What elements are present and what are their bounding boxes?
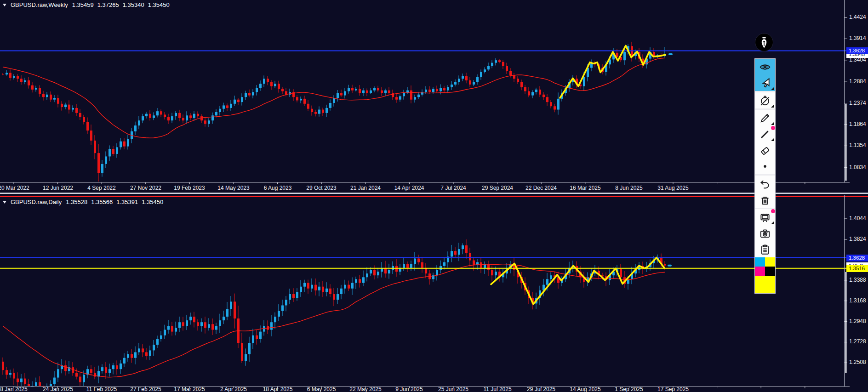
candle-body — [175, 113, 177, 116]
candle-body — [101, 164, 103, 173]
candle-body — [447, 87, 449, 90]
candle-body — [451, 251, 453, 256]
tool-whiteboard-mode[interactable] — [755, 209, 775, 225]
candle-body — [366, 273, 368, 277]
candle-body — [197, 322, 199, 326]
candle-body — [366, 91, 368, 93]
timer-off-icon — [759, 95, 771, 107]
candle-body — [182, 118, 184, 120]
candle-body — [131, 354, 133, 358]
date-label: 19 Feb 2023 — [174, 185, 205, 191]
candle-body — [9, 73, 11, 78]
tool-toggle-visibility[interactable] — [755, 59, 775, 75]
date-label: 2 Apr 2025 — [220, 386, 247, 392]
candle-body — [116, 365, 118, 369]
daily-close: 1.35450 — [142, 199, 163, 205]
candle-body — [417, 95, 420, 97]
daily-chart-canvas[interactable] — [0, 195, 868, 392]
candle-body — [664, 264, 666, 266]
candle-body — [123, 142, 126, 147]
candle-body — [105, 156, 107, 164]
date-label: 8 Jan 2025 — [0, 386, 27, 392]
candle-body — [116, 147, 118, 154]
tool-line-tool[interactable] — [755, 126, 775, 142]
candle-body — [274, 84, 276, 86]
candle-body — [314, 112, 317, 114]
tool-pointer-mode[interactable] — [755, 75, 775, 91]
candle-body — [2, 74, 4, 74]
candle-body — [421, 262, 423, 268]
daily-ink-zigzag[interactable] — [491, 258, 664, 304]
candle-body — [20, 379, 23, 382]
palette-color-swatch[interactable] — [765, 257, 775, 267]
candle-body — [13, 76, 15, 78]
candle-body — [513, 75, 515, 79]
tool-screenshot[interactable] — [755, 225, 775, 241]
palette-color-swatch[interactable] — [765, 267, 775, 276]
candle-body — [252, 92, 254, 95]
weekly-candles — [2, 42, 666, 182]
candle-body — [388, 91, 390, 93]
candle-body — [105, 367, 107, 373]
candle-body — [421, 92, 423, 94]
candle-body — [61, 104, 63, 107]
candle-body — [156, 111, 159, 115]
candle-body — [281, 89, 284, 91]
tool-color-dot — [771, 126, 775, 130]
candle-body — [245, 93, 247, 97]
annotation-toolbar[interactable] — [754, 58, 776, 294]
candle-body — [333, 294, 335, 300]
undo-icon — [759, 178, 771, 190]
palette-color-swatch[interactable] — [755, 257, 765, 267]
date-label: 7 Jul 2024 — [440, 185, 466, 191]
candle-body — [524, 87, 526, 91]
tool-pen-tool[interactable] — [755, 110, 775, 126]
candle-body — [160, 111, 162, 114]
weekly-ink-zigzag[interactable] — [560, 45, 665, 98]
candle-body — [94, 141, 96, 153]
weekly-ma-line — [3, 58, 665, 138]
daily-low: 1.35391 — [116, 199, 138, 205]
candle-body — [480, 72, 482, 77]
candle-body — [554, 106, 556, 109]
candle-body — [351, 88, 354, 90]
candle-body — [193, 317, 195, 322]
candle-body — [370, 270, 372, 273]
candle-body — [2, 362, 4, 370]
tool-stroke-size[interactable] — [755, 158, 775, 174]
candle-body — [39, 382, 41, 386]
tool-clear-all[interactable] — [755, 192, 775, 208]
palette-color-swatch[interactable] — [755, 267, 765, 276]
price-label: 1.4044 — [849, 215, 866, 222]
tool-eraser-tool[interactable] — [755, 142, 775, 158]
candle-body — [296, 292, 298, 298]
price-label: 1.1354 — [849, 142, 866, 148]
cursor-icon — [759, 77, 771, 89]
tool-undo[interactable] — [755, 176, 775, 192]
line-icon — [759, 128, 771, 140]
trash-icon — [759, 194, 771, 206]
current-color-swatch[interactable] — [755, 276, 775, 293]
candle-body — [340, 289, 343, 294]
candle-body — [256, 88, 258, 92]
candle-body — [326, 108, 328, 113]
candle-body — [171, 326, 173, 331]
chart-collapse-icon[interactable] — [3, 4, 6, 6]
candle-body — [509, 71, 512, 75]
candle-body — [215, 112, 217, 115]
candle-body — [326, 289, 328, 292]
candle-body — [97, 153, 100, 173]
candle-body — [355, 89, 357, 91]
candle-body — [473, 261, 475, 265]
tool-copy-to-clipboard[interactable] — [755, 241, 775, 257]
weekly-chart-canvas[interactable] — [0, 0, 868, 193]
tool-timer-disabled[interactable] — [755, 92, 775, 108]
candle-body — [454, 251, 457, 255]
candle-body — [223, 317, 225, 320]
candle-body — [112, 149, 114, 154]
date-label: 11 Jul 2025 — [483, 386, 511, 392]
chart-collapse-icon[interactable] — [3, 201, 6, 204]
price-label: 1.2728 — [849, 338, 866, 345]
epic-pen-logo[interactable] — [755, 33, 773, 51]
daily-hline-price-box: 1.3628 — [846, 255, 868, 261]
